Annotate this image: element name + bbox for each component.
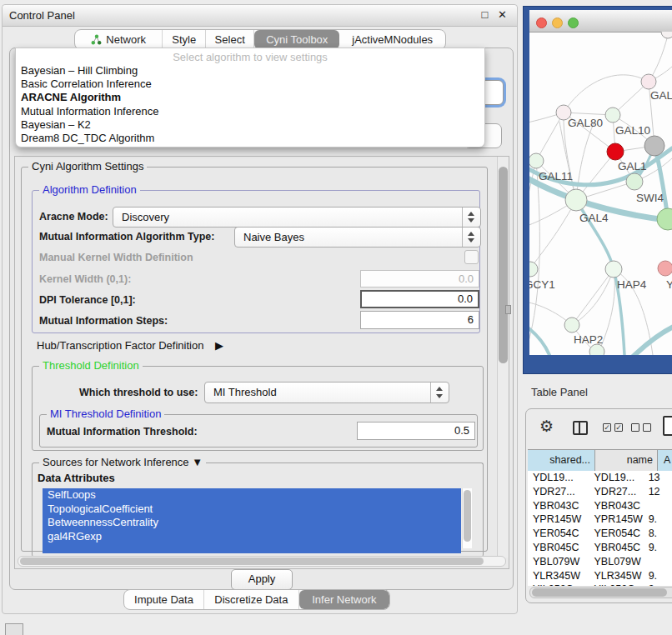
- table-cell[interactable]: YBR043C: [589, 499, 646, 513]
- table-cell[interactable]: [646, 555, 672, 569]
- table-row[interactable]: YBR045CYBR045C9.: [528, 541, 672, 555]
- algorithm-option[interactable]: Mutual Information Inference: [21, 105, 479, 118]
- table-cell[interactable]: YLR345W: [528, 569, 589, 583]
- table-cell[interactable]: YBR043C: [528, 499, 589, 513]
- settings-vertical-scrollbar[interactable]: [497, 157, 509, 558]
- table-cell[interactable]: 9.: [646, 582, 672, 586]
- network-edge[interactable]: [572, 269, 614, 325]
- column-header-name[interactable]: name: [595, 450, 658, 471]
- network-node[interactable]: [607, 143, 624, 160]
- table-cell[interactable]: 12: [646, 485, 672, 499]
- table-cell[interactable]: 8.: [646, 527, 672, 541]
- close-icon[interactable]: ✕: [498, 8, 507, 21]
- network-window-titlebar[interactable]: [529, 10, 672, 32]
- network-node[interactable]: [564, 318, 579, 332]
- network-edge[interactable]: [529, 325, 549, 355]
- network-node[interactable]: [529, 262, 538, 277]
- zoom-traffic-button[interactable]: [568, 18, 579, 28]
- attribute-item[interactable]: TopologicalCoefficient: [43, 502, 461, 517]
- algorithm-option[interactable]: Bayesian – K2: [21, 118, 479, 132]
- network-node[interactable]: [657, 208, 672, 230]
- column-header-shared-name[interactable]: shared...: [528, 450, 595, 471]
- table-cell[interactable]: YPR145W: [528, 512, 589, 527]
- close-traffic-button[interactable]: [536, 18, 547, 28]
- sources-title[interactable]: Sources for Network Inference ▼: [39, 456, 206, 468]
- table-cell[interactable]: YER054C: [589, 527, 646, 541]
- hub-definition-toggle[interactable]: Hub/Transcription Factor Definition ▶: [37, 339, 223, 352]
- minimize-traffic-button[interactable]: [552, 18, 563, 28]
- tab-impute-data[interactable]: Impute Data: [124, 590, 204, 609]
- float-icon[interactable]: □: [482, 8, 489, 21]
- network-node[interactable]: [529, 153, 544, 168]
- table-cell[interactable]: 9.: [646, 541, 672, 555]
- tab-infer-network[interactable]: Infer Network: [299, 590, 389, 609]
- which-threshold-combobox[interactable]: MI Threshold: [204, 382, 449, 403]
- table-cell[interactable]: YBR045C: [589, 541, 646, 555]
- mi-type-combobox[interactable]: Naive Bayes: [234, 227, 481, 248]
- attribute-item[interactable]: BetweennessCentrality: [43, 516, 461, 530]
- table-cell[interactable]: YDL19...: [528, 471, 589, 485]
- tab-style[interactable]: Style: [163, 30, 206, 49]
- attributes-list-scrollbar[interactable]: [462, 488, 472, 548]
- table-row[interactable]: YBL079WYBL079W: [528, 555, 672, 569]
- table-row[interactable]: YER054CYER054C8.: [528, 527, 672, 541]
- network-node[interactable]: [605, 108, 620, 122]
- table-cell[interactable]: YBL079W: [589, 555, 646, 569]
- table-row[interactable]: YDR27...YDR27...12: [528, 485, 672, 499]
- table-cell[interactable]: YER054C: [528, 527, 589, 541]
- table-cell[interactable]: 9.: [646, 569, 672, 583]
- network-node[interactable]: [626, 173, 643, 190]
- table-row[interactable]: YPR145WYPR145W9.: [528, 512, 672, 527]
- network-node[interactable]: [644, 136, 664, 156]
- table-cell[interactable]: YBR045C: [528, 541, 589, 555]
- unchecked-box-icon[interactable]: [631, 423, 639, 432]
- algorithm-option[interactable]: ARACNE Algorithm: [21, 91, 479, 104]
- network-edge[interactable]: [631, 326, 672, 355]
- network-canvas[interactable]: GALGAL80GAL10GAL1GAL11SWI4GAL4GCY1HAP4YH…: [529, 32, 672, 355]
- tab-select[interactable]: Select: [206, 30, 254, 49]
- table-horizontal-scrollbar[interactable]: [529, 587, 672, 598]
- checked-box-icon[interactable]: ✓: [614, 423, 623, 432]
- column-header-a[interactable]: A: [658, 450, 672, 471]
- mi-threshold-field[interactable]: 0.5: [357, 422, 475, 440]
- columns-icon[interactable]: [573, 421, 588, 435]
- settings-horizontal-scrollbar[interactable]: [18, 556, 506, 567]
- gear-icon[interactable]: ⚙: [539, 417, 554, 435]
- table-cell[interactable]: YDR27...: [528, 485, 589, 499]
- network-node[interactable]: [605, 261, 622, 278]
- checked-box-icon[interactable]: ✓: [603, 423, 611, 432]
- attribute-item[interactable]: SelfLoops: [43, 488, 461, 502]
- table-cell[interactable]: YIL052C: [528, 582, 589, 586]
- table-cell[interactable]: YBL079W: [528, 555, 589, 569]
- table-row[interactable]: YDL19...YDL19...13: [528, 471, 672, 485]
- table-cell[interactable]: YDR27...: [589, 485, 646, 499]
- network-view-frame[interactable]: GALGAL80GAL10GAL1GAL11SWI4GAL4GCY1HAP4YH…: [524, 7, 672, 373]
- data-attributes-list[interactable]: SelfLoopsTopologicalCoefficientBetweenne…: [43, 488, 461, 553]
- tab-jactivemnodules[interactable]: jActiveMNodules: [339, 30, 445, 49]
- algorithm-option[interactable]: Basic Correlation Inference: [21, 78, 479, 91]
- network-node[interactable]: [565, 189, 587, 211]
- manual-kernel-checkbox[interactable]: [464, 250, 479, 264]
- collapsed-panel-handle[interactable]: [5, 623, 23, 635]
- network-edge[interactable]: [530, 200, 576, 269]
- tab-discretize-data[interactable]: Discretize Data: [204, 590, 299, 609]
- attribute-item[interactable]: gal4RGexp: [43, 530, 461, 544]
- unchecked-box-icon[interactable]: [643, 423, 651, 432]
- page-icon[interactable]: [663, 416, 672, 436]
- table-cell[interactable]: [646, 499, 672, 513]
- table-cell[interactable]: YIL052C: [589, 582, 646, 586]
- tab-network[interactable]: Network: [75, 30, 163, 49]
- table-cell[interactable]: YPR145W: [589, 512, 646, 527]
- table-row[interactable]: YBR043CYBR043C: [528, 499, 672, 513]
- apply-button[interactable]: Apply: [231, 569, 293, 590]
- table-cell[interactable]: 13: [646, 471, 672, 485]
- kernel-width-field[interactable]: 0.0: [360, 270, 479, 288]
- aracne-mode-combobox[interactable]: Discovery: [113, 207, 481, 228]
- table-cell[interactable]: YDL19...: [589, 471, 646, 485]
- algorithm-option[interactable]: Dream8 DC_TDC Algorithm: [21, 132, 479, 145]
- table-row[interactable]: YLR345WYLR345W9.: [528, 569, 672, 583]
- table-cell[interactable]: YLR345W: [589, 569, 646, 583]
- dpi-tolerance-field[interactable]: 0.0: [360, 290, 479, 308]
- algorithm-option[interactable]: Bayesian – Hill Climbing: [21, 64, 479, 78]
- network-node[interactable]: [661, 32, 672, 38]
